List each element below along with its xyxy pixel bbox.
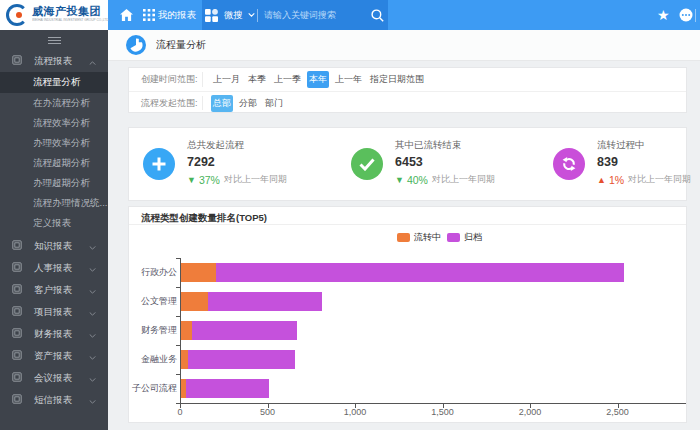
stat-compare-label: 对比上一年同期 bbox=[224, 173, 287, 186]
stat-value: 839 bbox=[597, 155, 691, 169]
filter-label: 创建时间范围: bbox=[141, 73, 198, 86]
bar-财务管理[interactable] bbox=[181, 321, 297, 340]
bar-segment-归档[interactable] bbox=[216, 263, 624, 282]
sidebar-group-5[interactable]: 财务报表 bbox=[0, 323, 108, 345]
chevron-down-icon bbox=[89, 307, 96, 318]
x-tick-label: 2,000 bbox=[519, 407, 542, 417]
bar-segment-归档[interactable] bbox=[186, 379, 269, 398]
filter-option-上一年[interactable]: 上一年 bbox=[333, 71, 364, 88]
sidebar-item-3[interactable]: 流程效率分析 bbox=[0, 113, 108, 133]
down-triangle-icon: ▼ bbox=[395, 175, 404, 185]
logo-area: 威海产投集团 WEIHAI INDUSTRIAL INVESTMENT GROU… bbox=[0, 0, 108, 30]
sidebar-group-6[interactable]: 资产报表 bbox=[0, 345, 108, 367]
top-nav: 我的报表 微搜 请输入关键词搜索 ★ bbox=[108, 0, 700, 30]
filter-option-本年[interactable]: 本年 bbox=[307, 71, 329, 88]
report-icon bbox=[12, 284, 22, 296]
sidebar-group-8[interactable]: 短信报表 bbox=[0, 389, 108, 411]
nav-wesearch-dropdown[interactable]: 微搜 bbox=[224, 0, 255, 30]
x-axis bbox=[180, 403, 686, 404]
sidebar-group-4[interactable]: 项目报表 bbox=[0, 301, 108, 323]
stat-compare-label: 对比上一年同期 bbox=[432, 173, 495, 186]
category-label: 金融业务 bbox=[130, 345, 177, 374]
filter-option-总部[interactable]: 总部 bbox=[211, 95, 233, 112]
sidebar-group-2[interactable]: 人事报表 bbox=[0, 257, 108, 279]
search-divider bbox=[257, 0, 258, 30]
bar-segment-流转中[interactable] bbox=[181, 350, 188, 369]
sidebar-item-4[interactable]: 办理效率分析 bbox=[0, 133, 108, 153]
card-header-divider bbox=[129, 224, 686, 225]
sidebar-item-8[interactable]: 定义报表 bbox=[0, 213, 108, 233]
up-triangle-icon: ▲ bbox=[597, 175, 606, 185]
stat-change-percent: 40% bbox=[407, 174, 428, 186]
sidebar-collapse-button[interactable] bbox=[0, 30, 108, 50]
breadcrumb: 流程量分析 bbox=[108, 30, 700, 61]
bar-segment-流转中[interactable] bbox=[181, 321, 192, 340]
sidebar: 流程报表流程量分析在办流程分析流程效率分析办理效率分析流程超期分析办理超期分析流… bbox=[0, 30, 108, 430]
bar-公文管理[interactable] bbox=[181, 292, 322, 311]
bar-segment-流转中[interactable] bbox=[181, 292, 208, 311]
y-axis-tick bbox=[176, 374, 180, 375]
analysis-icon bbox=[126, 35, 146, 55]
bar-segment-归档[interactable] bbox=[188, 350, 295, 369]
report-icon bbox=[12, 350, 22, 362]
legend-swatch bbox=[447, 233, 460, 242]
x-tick-label: 1,000 bbox=[344, 407, 367, 417]
legend-item-流转中[interactable]: 流转中 bbox=[397, 231, 441, 244]
down-triangle-icon: ▼ bbox=[187, 175, 196, 185]
chart-card: 流程类型创建数量排名(TOP5) 流转中归档 行政办公公文管理财务管理金融业务子… bbox=[128, 206, 687, 423]
plus-icon bbox=[143, 148, 175, 180]
sidebar-group-1[interactable]: 知识报表 bbox=[0, 235, 108, 257]
sidebar-item-5[interactable]: 流程超期分析 bbox=[0, 153, 108, 173]
filter-option-部门[interactable]: 部门 bbox=[263, 95, 285, 112]
sidebar-group-7[interactable]: 会议报表 bbox=[0, 367, 108, 389]
y-axis-tick bbox=[176, 316, 180, 317]
chevron-down-icon bbox=[89, 373, 96, 384]
filter-option-分部[interactable]: 分部 bbox=[237, 95, 259, 112]
stat-compare-label: 对比上一年同期 bbox=[628, 173, 691, 186]
contacts-badge-icon[interactable] bbox=[205, 0, 218, 30]
filter-option-上一月[interactable]: 上一月 bbox=[211, 71, 242, 88]
bar-金融业务[interactable] bbox=[181, 350, 295, 369]
legend-item-归档[interactable]: 归档 bbox=[447, 231, 482, 244]
stat-change-percent: 1% bbox=[609, 174, 624, 186]
filter-option-指定日期范围[interactable]: 指定日期范围 bbox=[368, 71, 426, 88]
legend-label: 流转中 bbox=[414, 231, 441, 244]
sidebar-item-6[interactable]: 办理超期分析 bbox=[0, 173, 108, 193]
filter-row-1: 创建时间范围:上一月本季上一季本年上一年指定日期范围 bbox=[129, 68, 686, 91]
search-input[interactable]: 请输入关键词搜索 bbox=[264, 0, 336, 30]
company-logo-icon bbox=[6, 4, 28, 26]
bar-行政办公[interactable] bbox=[181, 263, 624, 282]
bar-segment-流转中[interactable] bbox=[181, 263, 216, 282]
report-icon bbox=[12, 394, 22, 406]
divider-line bbox=[695, 9, 696, 22]
bar-segment-归档[interactable] bbox=[208, 292, 322, 311]
chevron-down-icon bbox=[89, 263, 96, 274]
y-axis-tick bbox=[176, 345, 180, 346]
chevron-down-icon bbox=[89, 241, 96, 252]
bar-子公司流程[interactable] bbox=[181, 379, 269, 398]
divider-line bbox=[257, 9, 258, 22]
sidebar-group-process-reports[interactable]: 流程报表 bbox=[0, 50, 108, 72]
favorite-star-icon[interactable]: ★ bbox=[657, 0, 670, 30]
bar-segment-归档[interactable] bbox=[192, 321, 297, 340]
divider bbox=[202, 96, 203, 110]
report-icon bbox=[12, 55, 22, 67]
sidebar-item-1[interactable]: 流程量分析 bbox=[0, 72, 108, 93]
company-name-en: WEIHAI INDUSTRIAL INVESTMENT GROUP CO.,L… bbox=[32, 18, 109, 21]
sidebar-group-3[interactable]: 客户报表 bbox=[0, 279, 108, 301]
search-icon[interactable] bbox=[371, 0, 384, 30]
more-options-icon[interactable] bbox=[679, 0, 693, 30]
check-icon bbox=[351, 148, 383, 180]
stat-label: 流转过程中 bbox=[597, 139, 691, 152]
chevron-down-icon bbox=[89, 395, 96, 406]
stat-label: 其中已流转结束 bbox=[395, 139, 495, 152]
filter-option-上一季[interactable]: 上一季 bbox=[272, 71, 303, 88]
stats-card: 总共发起流程 7292 ▼37%对比上一年同期 其中已流转结束 6453 ▼40… bbox=[128, 127, 687, 201]
page-title: 流程量分析 bbox=[156, 38, 206, 52]
filter-option-本季[interactable]: 本季 bbox=[246, 71, 268, 88]
sidebar-item-7[interactable]: 流程办理情况统... bbox=[0, 193, 108, 213]
bar-chart: 行政办公公文管理财务管理金融业务子公司流程05001,0001,5002,000… bbox=[180, 258, 686, 403]
sidebar-item-2[interactable]: 在办流程分析 bbox=[0, 93, 108, 113]
chevron-up-icon bbox=[89, 56, 96, 67]
stat-label: 总共发起流程 bbox=[187, 139, 287, 152]
